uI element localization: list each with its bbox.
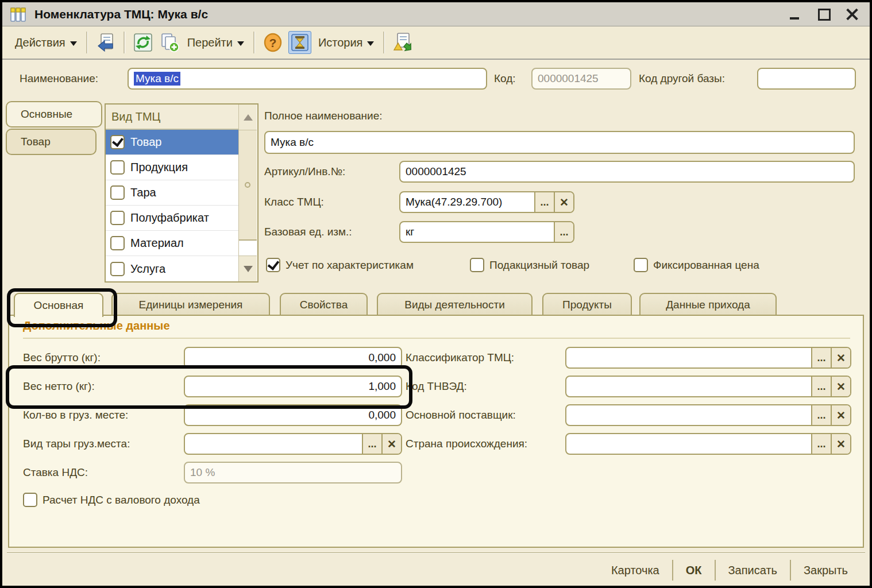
save-and-return-icon[interactable]	[95, 32, 117, 53]
excise-checkbox-label: Подакцизный товар	[489, 258, 589, 272]
classifier-tmc-clear-button[interactable]: ✕	[831, 348, 850, 368]
tab-osnovnaya[interactable]: Основная	[14, 293, 103, 317]
tab-label: Продукты	[562, 299, 612, 311]
close-form-button[interactable]: Закрыть	[791, 557, 861, 583]
list-item-label: Полуфабрикат	[130, 211, 209, 225]
origin-country-clear-button[interactable]: ✕	[831, 434, 850, 454]
list-item-usluga[interactable]: Услуга	[106, 256, 239, 281]
section-rule	[23, 338, 850, 339]
scroll-up-button[interactable]	[239, 105, 257, 130]
tnved-code-browse-button[interactable]: ...	[811, 377, 831, 396]
checkbox-icon[interactable]	[110, 185, 125, 200]
checkbox-icon[interactable]	[110, 262, 125, 276]
gross-weight-label: Вес брутто (кг):	[23, 347, 101, 369]
qty-per-package-label: Кол-во в груз. месте:	[23, 404, 128, 426]
origin-country-input[interactable]	[566, 434, 811, 454]
class-tmc-input[interactable]: Мука(47.29.29.700)	[400, 192, 534, 212]
class-tmc-clear-button[interactable]: ✕	[554, 192, 573, 212]
scrollbar-thumb[interactable]	[239, 130, 257, 241]
main-supplier-clear-button[interactable]: ✕	[831, 405, 850, 425]
copy-new-icon[interactable]	[159, 32, 180, 53]
checkbox-icon[interactable]	[110, 211, 125, 225]
nomenclature-window: Номенклатура ТМЦ: Мука в/с Действия	[0, 0, 872, 588]
actions-menu-button[interactable]: Действия	[10, 33, 82, 53]
article-input[interactable]: 0000001425	[399, 161, 855, 183]
list-item-tovar[interactable]: Товар	[106, 130, 239, 155]
base-unit-browse-button[interactable]: ...	[554, 222, 573, 242]
characteristics-checkbox[interactable]	[266, 258, 280, 272]
other-code-input[interactable]	[757, 68, 856, 90]
tab-label: Данные прихода	[666, 299, 750, 311]
other-code-label: Код другой базы:	[639, 68, 725, 90]
minimize-button[interactable]	[788, 7, 802, 21]
history-menu-button[interactable]: История	[314, 33, 379, 53]
scrollbar-grip-icon	[245, 182, 250, 188]
tab-produkty[interactable]: Продукты	[542, 293, 632, 316]
maximize-button[interactable]	[817, 7, 831, 21]
main-supplier-input[interactable]	[566, 405, 811, 425]
footer-button-bar: Карточка ОК Записать Закрыть	[599, 557, 861, 583]
toolbar-separator	[253, 32, 255, 53]
main-supplier-browse-button[interactable]: ...	[811, 405, 831, 425]
vat-rate-label: Ставка НДС:	[23, 462, 88, 483]
help-icon[interactable]: ?	[262, 32, 284, 53]
origin-country-label: Страна происхождения:	[406, 433, 527, 455]
scroll-down-button[interactable]	[239, 256, 257, 281]
class-tmc-browse-button[interactable]: ...	[534, 192, 554, 212]
package-type-browse-button[interactable]: ...	[362, 434, 381, 454]
list-item-label: Услуга	[130, 262, 165, 276]
list-item-produkcia[interactable]: Продукция	[106, 155, 239, 180]
package-type-clear-button[interactable]: ✕	[381, 434, 401, 454]
history-hourglass-icon[interactable]	[288, 31, 311, 54]
svg-text:?: ?	[269, 36, 276, 49]
side-tab-label: Товар	[21, 136, 51, 148]
ok-button[interactable]: ОК	[673, 557, 715, 583]
close-button[interactable]	[846, 7, 859, 21]
tnved-code-input[interactable]	[566, 377, 811, 396]
fixed-price-checkbox[interactable]	[634, 258, 648, 272]
goto-menu-button[interactable]: Перейти	[183, 33, 249, 53]
list-column-header: Вид ТМЦ	[106, 105, 239, 130]
package-type-input[interactable]	[185, 434, 362, 454]
list-item-material[interactable]: Материал	[106, 231, 239, 256]
base-unit-field: кг ...	[399, 221, 574, 243]
reference-book-icon	[9, 5, 28, 24]
list-scrollbar[interactable]	[238, 105, 257, 281]
main-supplier-label: Основной поставщик:	[406, 404, 516, 426]
tab-svoystva[interactable]: Свойства	[280, 293, 368, 316]
export-report-icon[interactable]	[392, 32, 414, 53]
checkbox-icon[interactable]	[110, 160, 125, 175]
package-type-label: Вид тары груз.места:	[23, 433, 130, 455]
card-button[interactable]: Карточка	[599, 557, 672, 583]
history-menu-label: История	[318, 36, 363, 49]
classifier-tmc-input[interactable]	[566, 348, 811, 368]
toolbar-separator	[124, 32, 125, 53]
toolbar: Действия	[2, 26, 870, 60]
net-weight-label: Вес нетто (кг):	[23, 376, 95, 397]
name-label: Наименование:	[20, 68, 98, 90]
tab-vidy-deyatelnosti[interactable]: Виды деятельности	[377, 293, 533, 316]
name-input[interactable]: Мука в/с	[128, 68, 487, 90]
scroll-up-icon	[244, 114, 253, 121]
excise-checkbox[interactable]	[470, 258, 484, 272]
qty-per-package-input[interactable]: 0,000	[184, 404, 402, 426]
gross-weight-input[interactable]: 0,000	[184, 347, 402, 369]
tab-edinicy-izmereniya[interactable]: Единицы измерения	[111, 293, 270, 316]
tnved-code-clear-button[interactable]: ✕	[831, 377, 850, 396]
refresh-icon[interactable]	[132, 32, 154, 53]
origin-country-browse-button[interactable]: ...	[811, 434, 831, 454]
full-name-input[interactable]: Мука в/с	[264, 131, 855, 154]
side-tab-osnovnye[interactable]: Основные	[6, 101, 102, 127]
list-item-polufabrikat[interactable]: Полуфабрикат	[106, 206, 239, 231]
checkbox-icon[interactable]	[110, 236, 125, 250]
base-unit-input[interactable]: кг	[400, 222, 554, 242]
vat-gross-income-checkbox[interactable]	[23, 493, 37, 507]
base-unit-label: Базовая ед. изм.:	[264, 221, 352, 243]
tab-dannye-prihoda[interactable]: Данные прихода	[639, 293, 777, 316]
classifier-tmc-browse-button[interactable]: ...	[811, 348, 831, 368]
write-button[interactable]: Записать	[716, 557, 790, 583]
list-item-tara[interactable]: Тара	[106, 180, 239, 206]
checkbox-checked-icon[interactable]	[110, 135, 125, 149]
net-weight-input[interactable]: 1,000	[184, 376, 402, 397]
side-tab-tovar[interactable]: Товар	[6, 129, 97, 155]
